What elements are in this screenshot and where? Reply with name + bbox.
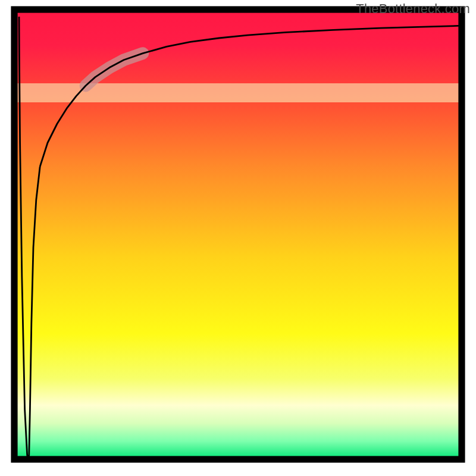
chart-svg — [0, 0, 476, 476]
watermark-text: TheBottleneck.com — [356, 1, 470, 17]
chart-stage: TheBottleneck.com — [0, 0, 476, 476]
gradient-background — [14, 10, 462, 459]
dip-rounded-cap — [25, 463, 31, 471]
plot-area — [14, 10, 462, 470]
